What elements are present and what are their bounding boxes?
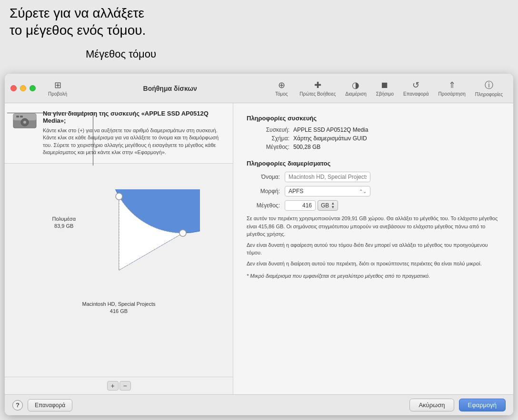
- traffic-lights: [10, 85, 36, 91]
- erase-icon: ⏹: [380, 80, 389, 90]
- help-button[interactable]: ?: [12, 400, 23, 410]
- toolbar-first-aid[interactable]: ✚ Πρώτες Βοήθειες: [295, 78, 340, 98]
- info-desc: Κάντε κλικ στο (+) για να αυξήσετε τον α…: [43, 127, 225, 156]
- annotation-title: Σύρετε για να αλλάξετε το μέγεθος ενός τ…: [10, 5, 219, 39]
- svg-point-3: [23, 121, 26, 124]
- toolbar-mount[interactable]: ⇑ Προσάρτηση: [434, 78, 470, 98]
- format-select-arrow: ⌃⌄: [359, 189, 367, 194]
- bottom-bar: ? Επαναφορά Ακύρωση Εφαρμογή: [5, 394, 513, 415]
- partition-section: Πληροφορίες διαμερίσματος Όνομα: Μορφή: …: [247, 160, 500, 280]
- bottom-left-actions: ? Επαναφορά: [12, 399, 72, 411]
- close-button[interactable]: [10, 85, 17, 91]
- polymesa-label: Πολυμέσα 83,9 GB: [52, 215, 76, 230]
- name-label: Όνομα:: [247, 174, 280, 180]
- size-label: Μέγεθος:: [247, 202, 280, 209]
- drag-handle-top: [116, 193, 122, 200]
- size-unit-selector[interactable]: GB ▲ ▼: [318, 200, 338, 211]
- device-info-grid: Συσκευή: APPLE SSD AP0512Q Media Σχήμα: …: [247, 127, 500, 150]
- name-field-row: Όνομα:: [247, 172, 500, 182]
- toolbar: ⊞ Προβολή Βοήθημα δίσκων ⊕ Τόμος ✚ Πρώτε…: [43, 78, 508, 99]
- remove-partition-button[interactable]: −: [120, 381, 131, 391]
- toolbar-preview[interactable]: ⊞ Προβολή: [43, 78, 72, 98]
- format-label: Μορφή:: [247, 188, 280, 195]
- restore-button[interactable]: Επαναφορά: [28, 399, 72, 411]
- schema-key: Σχήμα:: [247, 135, 289, 142]
- toolbar-info[interactable]: ⓘ Πληροφορίες: [470, 78, 508, 99]
- partition-icon: ◑: [352, 80, 359, 90]
- pie-chart: Πολυμέσα 83,9 GB Macintosh HD, Special P…: [38, 189, 200, 351]
- toolbar-erase[interactable]: ⏹ Σβήσιμο: [371, 78, 398, 98]
- format-field-row: Μορφή: APFS ⌃⌄: [247, 186, 500, 196]
- device-key: Συσκευή:: [247, 127, 289, 133]
- add-partition-button[interactable]: +: [107, 381, 119, 391]
- info-text: Να γίνει διαμέριση της συσκευής «APPLE S…: [43, 110, 225, 156]
- chart-controls: + −: [5, 377, 233, 394]
- right-panel: Πληροφορίες συσκευής Συσκευή: APPLE SSD …: [233, 103, 513, 394]
- size-unit-arrows: ▲ ▼: [331, 202, 335, 209]
- fullscreen-button[interactable]: [30, 85, 36, 91]
- volumes-icon: ⊕: [278, 80, 285, 90]
- format-select[interactable]: APFS ⌃⌄: [285, 186, 370, 196]
- bottom-right-actions: Ακύρωση Εφαρμογή: [409, 399, 506, 411]
- annotation-label: Μέγεθος τόμου: [86, 48, 219, 60]
- content-area: Να γίνει διαμέριση της συσκευής «APPLE S…: [5, 103, 513, 394]
- svg-rect-4: [16, 116, 19, 117]
- info-bar: Να γίνει διαμέριση της συσκευής «APPLE S…: [5, 103, 233, 164]
- drag-handle-right: [179, 230, 186, 236]
- svg-rect-5: [20, 116, 23, 117]
- name-input[interactable]: [285, 172, 370, 182]
- partition-info-title: Πληροφορίες διαμερίσματος: [247, 160, 500, 167]
- titlebar: ⊞ Προβολή Βοήθημα δίσκων ⊕ Τόμος ✚ Πρώτε…: [5, 74, 513, 103]
- annotation-horizontal-line: [7, 113, 93, 113]
- annotation-area: Σύρετε για να αλλάξετε το μέγεθος ενός τ…: [0, 0, 229, 65]
- size-input[interactable]: [285, 200, 316, 211]
- restore-icon: ↺: [412, 80, 419, 90]
- mount-icon: ⇑: [448, 80, 456, 90]
- left-panel: Να γίνει διαμέριση της συσκευής «APPLE S…: [5, 103, 233, 394]
- annotation-vertical-line: [93, 113, 93, 166]
- info-title: Να γίνει διαμέριση της συσκευής «APPLE S…: [43, 110, 225, 124]
- mac-label: Macintosh HD, Special Projects 416 GB: [82, 301, 155, 315]
- size-value: 500,28 GB: [293, 144, 500, 150]
- size-field-row: Μέγεθος: GB ▲ ▼: [247, 200, 500, 211]
- preview-icon: ⊞: [54, 80, 61, 90]
- cancel-button[interactable]: Ακύρωση: [409, 399, 454, 411]
- toolbar-restore[interactable]: ↺ Επαναφορά: [398, 78, 434, 98]
- first-aid-icon: ✚: [314, 80, 321, 90]
- info-icon: ⓘ: [485, 79, 493, 91]
- toolbar-partition[interactable]: ◑ Διαμέριση: [340, 78, 371, 98]
- minimize-button[interactable]: [20, 85, 26, 91]
- schema-value: Χάρτης διαμερισμάτων GUID: [293, 135, 500, 142]
- apply-button[interactable]: Εφαρμογή: [459, 399, 506, 411]
- toolbar-volumes[interactable]: ⊕ Τόμος: [268, 78, 295, 98]
- main-window: ⊞ Προβολή Βοήθημα δίσκων ⊕ Τόμος ✚ Πρώτε…: [5, 74, 513, 415]
- window-title: Βοήθημα δίσκων: [72, 85, 268, 92]
- size-key: Μέγεθος:: [247, 144, 289, 150]
- partition-description: Σε αυτόν τον περιέκτη χρησιμοποιούνται 2…: [247, 215, 500, 280]
- chart-area: Πολυμέσα 83,9 GB Macintosh HD, Special P…: [5, 164, 233, 377]
- device-info-title: Πληροφορίες συσκευής: [247, 115, 500, 122]
- device-value: APPLE SSD AP0512Q Media: [293, 127, 500, 133]
